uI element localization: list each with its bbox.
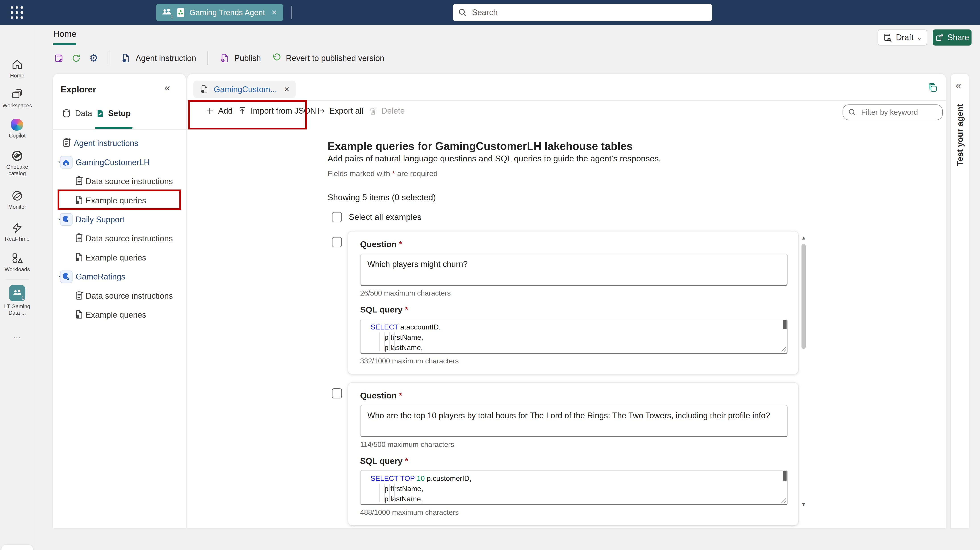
tree-item-label: Example queries	[86, 253, 146, 263]
question-input[interactable]: Who are the top 10 players by total hour…	[360, 405, 788, 437]
badge: 1	[21, 295, 24, 301]
rail-item-lt-gaming-data[interactable]: 1LT Gaming Data ...	[0, 285, 34, 317]
question-label: Question *	[360, 239, 786, 249]
tree-item-example-queries[interactable]: ?Example queries	[53, 305, 186, 324]
close-icon[interactable]: ✕	[284, 85, 290, 94]
draft-button[interactable]: Draft ⌄	[878, 29, 927, 46]
search-icon	[848, 108, 856, 116]
add-button[interactable]: Add	[201, 105, 236, 116]
collaborators-icon: 1	[161, 8, 172, 18]
scroll-down-icon[interactable]: ▼	[800, 502, 807, 507]
rail-item-label: Workspaces	[1, 102, 33, 109]
scrollbar-thumb[interactable]	[802, 244, 806, 349]
queries-icon: ?	[74, 252, 84, 263]
instructions-icon	[74, 176, 84, 187]
home-icon	[11, 58, 24, 71]
question-counter: 114/500 maximum characters	[360, 440, 786, 449]
tree-item-example-queries[interactable]: ?Example queries	[53, 191, 186, 210]
global-search	[453, 4, 712, 21]
revert-icon	[271, 53, 282, 64]
rail-item-real-time[interactable]: Real-Time	[0, 221, 34, 243]
indent-guides	[379, 332, 395, 351]
item-count-status: Showing 5 items (0 selected)	[328, 193, 436, 202]
tree-item-data-source-instructions[interactable]: Data source instructions	[53, 229, 186, 248]
example-checkbox[interactable]	[332, 388, 342, 399]
revert-button[interactable]: Revert to published version	[266, 51, 389, 66]
select-all-checkbox[interactable]	[332, 212, 342, 222]
code-scrollbar-thumb[interactable]	[783, 471, 786, 481]
svg-text:?: ?	[76, 315, 78, 318]
share-icon	[935, 33, 944, 42]
filter-input[interactable]	[860, 107, 937, 117]
instructions-icon	[61, 137, 72, 148]
instructions-icon	[74, 290, 84, 301]
agent-instruction-label: Agent instruction	[136, 54, 196, 63]
required-asterisk: *	[392, 169, 395, 178]
sql-code-line: SELECT TOP 10 p.customerID,	[371, 473, 787, 483]
save-button[interactable]	[50, 50, 67, 66]
copy-stack-icon[interactable]	[928, 83, 938, 93]
tree-item-example-queries[interactable]: ?Example queries	[53, 248, 186, 267]
chevron-down-icon: ⌄	[916, 34, 922, 41]
rail-more-button[interactable]: …	[0, 333, 34, 339]
rail-item-onelake-catalog[interactable]: OneLake catalog	[0, 149, 34, 177]
code-scrollbar-thumb[interactable]	[783, 320, 786, 329]
tree-item-agent-instructions[interactable]: Agent instructions	[53, 134, 186, 153]
share-button[interactable]: Share	[933, 29, 972, 46]
app-launcher-button[interactable]	[0, 0, 34, 25]
expand-panel-icon[interactable]: «	[956, 80, 961, 91]
tab-setup[interactable]: Setup	[96, 109, 131, 118]
publish-button[interactable]: Publish	[214, 51, 266, 66]
scroll-up-icon[interactable]: ▲	[800, 235, 807, 241]
eventhouse-icon	[60, 213, 73, 226]
refresh-button[interactable]	[68, 50, 85, 66]
question-input[interactable]: Which players might churn?	[360, 253, 788, 286]
required-asterisk: *	[405, 305, 408, 314]
tree-item-gamingcustomerlh[interactable]: GamingCustomerLH	[53, 153, 186, 172]
agent-instruction-button[interactable]: ? Agent instruction	[116, 51, 201, 66]
tab-data[interactable]: Data	[62, 109, 92, 118]
workspace-tile-icon: 1	[9, 285, 25, 301]
resize-handle-icon[interactable]	[781, 498, 786, 503]
test-your-agent-label[interactable]: Test your agent	[955, 104, 965, 166]
rail-item-copilot[interactable]: Copilot	[0, 118, 34, 140]
select-all-label: Select all examples	[349, 212, 422, 222]
import-from-json-button[interactable]: Import from JSON	[234, 105, 320, 116]
tree-item-daily-support[interactable]: Daily Support	[53, 210, 186, 229]
collapse-explorer-icon[interactable]: «	[164, 82, 170, 93]
tree-item-data-source-instructions[interactable]: Data source instructions	[53, 172, 186, 191]
doc-tab-example-queries[interactable]: ? GamingCustom... ✕	[193, 81, 296, 98]
tree-item-label: Data source instructions	[86, 291, 173, 301]
rail-item-label: Real-Time	[1, 236, 33, 242]
rail-item-workloads[interactable]: Workloads	[0, 251, 34, 273]
example-card: Question *Who are the top 10 players by …	[348, 383, 798, 525]
search-input[interactable]	[471, 7, 707, 18]
sql-query-input[interactable]: SELECT TOP 10 p.customerID, p.firstName,…	[360, 470, 788, 505]
draft-label: Draft	[896, 33, 913, 42]
rail-item-workspaces[interactable]: Workspaces	[0, 88, 34, 110]
resize-handle-icon[interactable]	[781, 346, 786, 352]
rail-item-label: Home	[1, 73, 33, 79]
close-icon[interactable]: ✕	[271, 8, 277, 17]
agent-session-tab[interactable]: 1 Gaming Trends Agent ✕	[156, 4, 283, 21]
more-ellipsis-icon: …	[13, 333, 21, 338]
test-agent-collapsed-panel: « Test your agent	[951, 74, 969, 529]
export-all-button[interactable]: Export all	[313, 105, 367, 116]
tree-item-gameratings[interactable]: GameRatings	[53, 268, 186, 286]
fabric-home-button[interactable]: Fabric	[2, 545, 33, 550]
setup-doc-icon	[96, 109, 104, 118]
delete-button[interactable]: Delete	[364, 105, 409, 116]
search-icon	[458, 8, 467, 17]
list-scrollbar[interactable]: ▲	[800, 235, 807, 510]
rail-item-monitor[interactable]: Monitor	[0, 189, 34, 211]
example-queries-icon: ?	[199, 84, 210, 94]
tree-item-data-source-instructions[interactable]: Data source instructions	[53, 286, 186, 305]
rail-divider	[6, 279, 29, 279]
sql-query-input[interactable]: SELECT a.accountID, p.firstName, p.lastN…	[360, 319, 788, 354]
waffle-icon	[11, 6, 23, 19]
ribbon-tab-home[interactable]: Home	[53, 29, 76, 39]
rail-item-home[interactable]: Home	[0, 57, 34, 80]
gear-icon: ⚙	[89, 53, 98, 63]
example-checkbox[interactable]	[332, 237, 342, 247]
settings-button[interactable]: ⚙	[85, 50, 102, 66]
